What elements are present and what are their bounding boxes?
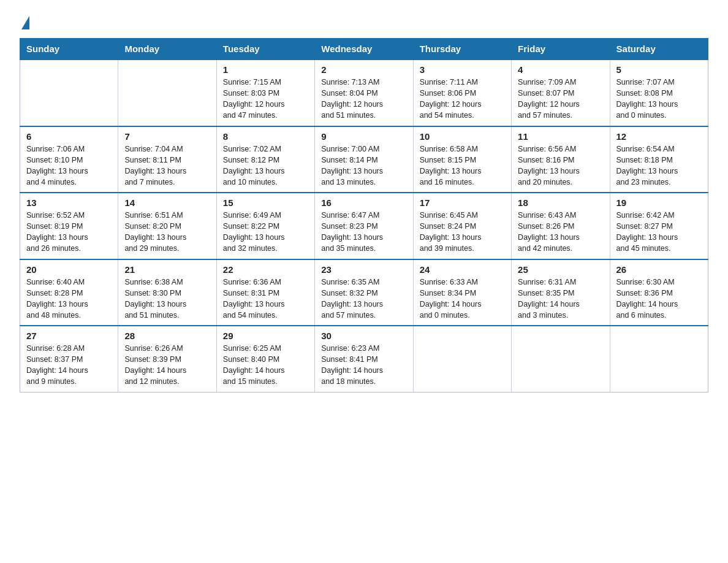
calendar-cell: 18Sunrise: 6:43 AM Sunset: 8:26 PM Dayli…: [512, 193, 610, 259]
week-row-5: 27Sunrise: 6:28 AM Sunset: 8:37 PM Dayli…: [20, 326, 708, 392]
weekday-header-wednesday: Wednesday: [315, 39, 413, 60]
day-number: 4: [518, 64, 603, 75]
calendar-cell: 6Sunrise: 7:06 AM Sunset: 8:10 PM Daylig…: [20, 126, 118, 193]
day-info: Sunrise: 6:40 AM Sunset: 8:28 PM Dayligh…: [26, 277, 112, 321]
calendar-cell: 1Sunrise: 7:15 AM Sunset: 8:03 PM Daylig…: [216, 59, 314, 126]
day-info: Sunrise: 6:28 AM Sunset: 8:37 PM Dayligh…: [26, 343, 112, 388]
calendar-cell: 10Sunrise: 6:58 AM Sunset: 8:15 PM Dayli…: [413, 126, 511, 193]
day-info: Sunrise: 6:54 AM Sunset: 8:18 PM Dayligh…: [616, 144, 702, 188]
calendar-cell: 7Sunrise: 7:04 AM Sunset: 8:11 PM Daylig…: [118, 126, 216, 193]
calendar-table: SundayMondayTuesdayWednesdayThursdayFrid…: [20, 38, 708, 393]
day-info: Sunrise: 7:11 AM Sunset: 8:06 PM Dayligh…: [420, 77, 505, 121]
day-info: Sunrise: 7:15 AM Sunset: 8:03 PM Dayligh…: [223, 77, 308, 121]
day-number: 13: [26, 197, 112, 208]
day-info: Sunrise: 6:51 AM Sunset: 8:20 PM Dayligh…: [124, 210, 210, 255]
day-number: 14: [124, 197, 210, 208]
calendar-cell: 9Sunrise: 7:00 AM Sunset: 8:14 PM Daylig…: [315, 126, 413, 193]
day-number: 29: [223, 331, 308, 341]
calendar-cell: 19Sunrise: 6:42 AM Sunset: 8:27 PM Dayli…: [610, 193, 708, 259]
calendar-cell: 5Sunrise: 7:07 AM Sunset: 8:08 PM Daylig…: [610, 59, 708, 126]
day-info: Sunrise: 7:02 AM Sunset: 8:12 PM Dayligh…: [223, 144, 308, 188]
calendar-cell: 13Sunrise: 6:52 AM Sunset: 8:19 PM Dayli…: [20, 193, 118, 259]
day-number: 5: [616, 64, 702, 75]
day-info: Sunrise: 6:36 AM Sunset: 8:31 PM Dayligh…: [223, 277, 308, 321]
day-info: Sunrise: 7:09 AM Sunset: 8:07 PM Dayligh…: [518, 77, 603, 121]
day-number: 9: [321, 131, 406, 142]
calendar-cell: 11Sunrise: 6:56 AM Sunset: 8:16 PM Dayli…: [512, 126, 610, 193]
calendar-cell: 12Sunrise: 6:54 AM Sunset: 8:18 PM Dayli…: [610, 126, 708, 193]
day-number: 15: [223, 197, 308, 208]
calendar-cell: 15Sunrise: 6:49 AM Sunset: 8:22 PM Dayli…: [216, 193, 314, 259]
calendar-cell: [610, 326, 708, 392]
day-info: Sunrise: 6:30 AM Sunset: 8:36 PM Dayligh…: [616, 277, 702, 321]
day-number: 30: [321, 331, 406, 341]
day-number: 27: [26, 331, 112, 341]
day-info: Sunrise: 6:49 AM Sunset: 8:22 PM Dayligh…: [223, 210, 308, 255]
logo: [20, 15, 29, 27]
calendar-cell: 4Sunrise: 7:09 AM Sunset: 8:07 PM Daylig…: [512, 59, 610, 126]
calendar-cell: 2Sunrise: 7:13 AM Sunset: 8:04 PM Daylig…: [315, 59, 413, 126]
week-row-1: 1Sunrise: 7:15 AM Sunset: 8:03 PM Daylig…: [20, 59, 708, 126]
day-number: 19: [616, 197, 702, 208]
day-info: Sunrise: 6:35 AM Sunset: 8:32 PM Dayligh…: [321, 277, 406, 321]
weekday-header-row: SundayMondayTuesdayWednesdayThursdayFrid…: [20, 39, 708, 60]
weekday-header-sunday: Sunday: [20, 39, 118, 60]
calendar-cell: 16Sunrise: 6:47 AM Sunset: 8:23 PM Dayli…: [315, 193, 413, 259]
day-number: 21: [124, 264, 210, 275]
calendar-cell: 20Sunrise: 6:40 AM Sunset: 8:28 PM Dayli…: [20, 259, 118, 326]
day-info: Sunrise: 7:07 AM Sunset: 8:08 PM Dayligh…: [616, 77, 702, 121]
day-info: Sunrise: 6:38 AM Sunset: 8:30 PM Dayligh…: [124, 277, 210, 321]
calendar-cell: 25Sunrise: 6:31 AM Sunset: 8:35 PM Dayli…: [512, 259, 610, 326]
calendar-cell: 28Sunrise: 6:26 AM Sunset: 8:39 PM Dayli…: [118, 326, 216, 392]
calendar-cell: 21Sunrise: 6:38 AM Sunset: 8:30 PM Dayli…: [118, 259, 216, 326]
day-number: 25: [518, 264, 603, 275]
day-info: Sunrise: 6:43 AM Sunset: 8:26 PM Dayligh…: [518, 210, 603, 255]
day-number: 6: [26, 131, 112, 142]
day-number: 17: [420, 197, 505, 208]
calendar-cell: 27Sunrise: 6:28 AM Sunset: 8:37 PM Dayli…: [20, 326, 118, 392]
week-row-2: 6Sunrise: 7:06 AM Sunset: 8:10 PM Daylig…: [20, 126, 708, 193]
day-info: Sunrise: 6:42 AM Sunset: 8:27 PM Dayligh…: [616, 210, 702, 255]
calendar-cell: 8Sunrise: 7:02 AM Sunset: 8:12 PM Daylig…: [216, 126, 314, 193]
day-info: Sunrise: 7:06 AM Sunset: 8:10 PM Dayligh…: [26, 144, 112, 188]
day-info: Sunrise: 6:56 AM Sunset: 8:16 PM Dayligh…: [518, 144, 603, 188]
week-row-4: 20Sunrise: 6:40 AM Sunset: 8:28 PM Dayli…: [20, 259, 708, 326]
day-info: Sunrise: 6:31 AM Sunset: 8:35 PM Dayligh…: [518, 277, 603, 321]
weekday-header-friday: Friday: [512, 39, 610, 60]
calendar-cell: 26Sunrise: 6:30 AM Sunset: 8:36 PM Dayli…: [610, 259, 708, 326]
calendar-cell: 3Sunrise: 7:11 AM Sunset: 8:06 PM Daylig…: [413, 59, 511, 126]
day-info: Sunrise: 6:45 AM Sunset: 8:24 PM Dayligh…: [420, 210, 505, 255]
day-number: 11: [518, 131, 603, 142]
day-info: Sunrise: 7:13 AM Sunset: 8:04 PM Dayligh…: [321, 77, 406, 121]
day-info: Sunrise: 6:33 AM Sunset: 8:34 PM Dayligh…: [420, 277, 505, 321]
day-info: Sunrise: 6:25 AM Sunset: 8:40 PM Dayligh…: [223, 343, 308, 388]
calendar-cell: 23Sunrise: 6:35 AM Sunset: 8:32 PM Dayli…: [315, 259, 413, 326]
calendar-cell: [118, 59, 216, 126]
calendar-cell: 22Sunrise: 6:36 AM Sunset: 8:31 PM Dayli…: [216, 259, 314, 326]
day-number: 10: [420, 131, 505, 142]
day-number: 2: [321, 64, 406, 75]
logo-triangle-icon: [21, 16, 29, 29]
day-info: Sunrise: 6:47 AM Sunset: 8:23 PM Dayligh…: [321, 210, 406, 255]
weekday-header-monday: Monday: [118, 39, 216, 60]
calendar-cell: 17Sunrise: 6:45 AM Sunset: 8:24 PM Dayli…: [413, 193, 511, 259]
calendar-cell: [413, 326, 511, 392]
week-row-3: 13Sunrise: 6:52 AM Sunset: 8:19 PM Dayli…: [20, 193, 708, 259]
day-number: 7: [124, 131, 210, 142]
day-number: 3: [420, 64, 505, 75]
weekday-header-thursday: Thursday: [413, 39, 511, 60]
day-number: 23: [321, 264, 406, 275]
day-info: Sunrise: 6:26 AM Sunset: 8:39 PM Dayligh…: [124, 343, 210, 388]
calendar-cell: 29Sunrise: 6:25 AM Sunset: 8:40 PM Dayli…: [216, 326, 314, 392]
page-header: [20, 15, 708, 27]
day-number: 22: [223, 264, 308, 275]
day-number: 18: [518, 197, 603, 208]
weekday-header-saturday: Saturday: [610, 39, 708, 60]
calendar-cell: [20, 59, 118, 126]
day-info: Sunrise: 7:04 AM Sunset: 8:11 PM Dayligh…: [124, 144, 210, 188]
day-info: Sunrise: 6:23 AM Sunset: 8:41 PM Dayligh…: [321, 343, 406, 388]
day-info: Sunrise: 6:52 AM Sunset: 8:19 PM Dayligh…: [26, 210, 112, 255]
day-number: 26: [616, 264, 702, 275]
day-number: 16: [321, 197, 406, 208]
calendar-cell: 24Sunrise: 6:33 AM Sunset: 8:34 PM Dayli…: [413, 259, 511, 326]
